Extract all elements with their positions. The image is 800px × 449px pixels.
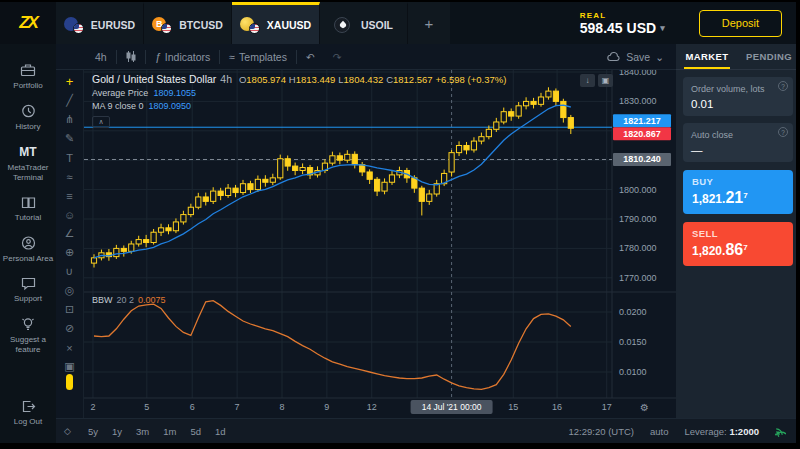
left-sidebar: Portfolio History MT MetaTrader Terminal… bbox=[0, 44, 56, 443]
sell-button[interactable]: SELL 1,820.867 bbox=[683, 222, 793, 266]
pitchfork-tool-icon[interactable]: ⋔ bbox=[59, 110, 81, 129]
timezone-auto-button[interactable]: auto bbox=[650, 426, 669, 437]
emoji-tool-icon[interactable]: ☺ bbox=[59, 205, 81, 224]
deposit-button[interactable]: Deposit bbox=[699, 10, 782, 37]
sidebar-item-portfolio[interactable]: Portfolio bbox=[0, 56, 56, 97]
instrument-tabs: EURUSD B BTCUSD XAUUSD USOIL + bbox=[56, 2, 450, 44]
mt-icon: MT bbox=[19, 144, 36, 160]
chart-settings-gear-icon[interactable]: ⚙ bbox=[640, 402, 649, 413]
auto-close-help-icon[interactable]: ? bbox=[778, 127, 788, 137]
volume-help-icon[interactable]: ? bbox=[778, 81, 788, 91]
tab-usoil[interactable]: USOIL bbox=[320, 2, 408, 44]
leverage-value: 1:2000 bbox=[729, 426, 759, 437]
svg-text:2: 2 bbox=[90, 402, 95, 412]
connection-signal-icon bbox=[773, 425, 786, 437]
tab-eurusd[interactable]: EURUSD bbox=[56, 2, 144, 44]
save-layout-button[interactable]: Save ⌄ bbox=[607, 51, 676, 63]
range-5d-button[interactable]: 5d bbox=[183, 426, 208, 437]
sidebar-item-logout[interactable]: Log Out bbox=[0, 393, 56, 433]
redo-button[interactable]: ↷ bbox=[324, 44, 351, 69]
buy-price: 1,821.217 bbox=[692, 189, 784, 207]
tab-label: XAUUSD bbox=[267, 19, 311, 31]
timeframe-button[interactable]: 4h bbox=[86, 44, 116, 69]
leverage-info: Leverage: 1:2000 bbox=[685, 426, 760, 437]
candlestick-icon bbox=[126, 50, 136, 63]
templates-button[interactable]: ≈ Templates bbox=[220, 44, 296, 69]
eurusd-flag-icon bbox=[64, 16, 84, 34]
tab-label: BTCUSD bbox=[179, 19, 223, 31]
chat-bubble-icon bbox=[20, 276, 37, 291]
hide-drawings-icon[interactable]: ⊘ bbox=[59, 319, 81, 338]
trend-line-tool-icon[interactable]: ╱ bbox=[59, 91, 81, 110]
svg-text:12: 12 bbox=[367, 402, 377, 412]
cloud-icon bbox=[607, 51, 621, 62]
utc-clock: 12:29:20 (UTC) bbox=[569, 426, 634, 437]
chart-toolbar: 4h ƒ Indicators ≈ Templat bbox=[56, 44, 676, 70]
undo-button[interactable]: ↶ bbox=[297, 44, 324, 69]
text-tool-icon[interactable]: T bbox=[59, 148, 81, 167]
scroll-to-realtime-button[interactable]: ↓ bbox=[580, 74, 595, 87]
tab-label: EURUSD bbox=[91, 19, 135, 31]
sidebar-item-suggest-feature[interactable]: Suggest a feature bbox=[0, 310, 56, 361]
chevron-down-icon: ▾ bbox=[660, 23, 665, 33]
lock-drawings-icon[interactable]: ⊡ bbox=[59, 300, 81, 319]
zoom-tool-icon[interactable]: ⊕ bbox=[59, 243, 81, 262]
tab-btcusd[interactable]: B BTCUSD bbox=[144, 2, 232, 44]
svg-text:7: 7 bbox=[235, 402, 240, 412]
brush-tool-icon[interactable]: ✎ bbox=[59, 129, 81, 148]
auto-close-field[interactable]: Auto close — ? bbox=[683, 123, 793, 162]
favorites-diamond-icon[interactable]: ◇ bbox=[64, 426, 71, 436]
tab-pending[interactable]: PENDING bbox=[738, 44, 796, 69]
usoil-icon bbox=[334, 16, 354, 34]
account-currency: USD bbox=[627, 20, 657, 36]
range-1m-button[interactable]: 1m bbox=[156, 426, 183, 437]
buy-button[interactable]: BUY 1,821.217 bbox=[683, 170, 793, 214]
snapshot-button[interactable]: ▣ bbox=[598, 74, 613, 87]
account-summary[interactable]: REAL 598.45 USD ▾ bbox=[580, 2, 665, 44]
range-5y-button[interactable]: 5y bbox=[81, 426, 105, 437]
wave-icon: ≈ bbox=[229, 51, 235, 63]
svg-text:6: 6 bbox=[190, 402, 195, 412]
chevron-down-icon: ⌄ bbox=[655, 51, 664, 63]
pattern-tool-icon[interactable]: ≈ bbox=[59, 167, 81, 186]
magnet-tool-icon[interactable]: ∪ bbox=[59, 262, 81, 281]
drawing-mode-icon[interactable]: ◎ bbox=[59, 281, 81, 300]
svg-text:9: 9 bbox=[324, 402, 329, 412]
briefcase-icon bbox=[19, 62, 37, 78]
sidebar-item-personal-area[interactable]: Personal Area bbox=[0, 229, 56, 270]
sidebar-item-support[interactable]: Support bbox=[0, 270, 56, 310]
sell-price: 1,820.867 bbox=[692, 241, 784, 259]
chart-type-button[interactable] bbox=[117, 44, 145, 69]
tab-market[interactable]: MARKET bbox=[676, 44, 738, 69]
crosshair-tool-icon[interactable]: + bbox=[59, 72, 81, 91]
range-3m-button[interactable]: 3m bbox=[129, 426, 156, 437]
fx-icon: ƒ bbox=[155, 51, 161, 63]
range-1d-button[interactable]: 1d bbox=[208, 426, 233, 437]
range-1y-button[interactable]: 1y bbox=[105, 426, 129, 437]
book-icon bbox=[20, 195, 37, 210]
svg-text:1790.000: 1790.000 bbox=[619, 214, 657, 224]
svg-text:0.0100: 0.0100 bbox=[619, 367, 647, 377]
exness-logo-icon[interactable]: ZX bbox=[0, 2, 56, 44]
account-type-badge: REAL bbox=[580, 11, 607, 20]
price-chart-svg[interactable]: 1840.0001830.0001800.0001790.0001780.000… bbox=[84, 70, 676, 420]
collapse-legend-button[interactable]: ∧ bbox=[92, 116, 110, 128]
measure-tool-icon[interactable]: ∠ bbox=[59, 224, 81, 243]
svg-text:17: 17 bbox=[602, 402, 612, 412]
indicators-button[interactable]: ƒ Indicators bbox=[146, 44, 220, 69]
svg-text:1780.000: 1780.000 bbox=[619, 243, 657, 253]
sidebar-item-history[interactable]: History bbox=[0, 97, 56, 138]
tab-xauusd[interactable]: XAUUSD bbox=[232, 2, 320, 44]
auto-close-value[interactable]: — bbox=[691, 144, 785, 156]
sidebar-item-tutorial[interactable]: Tutorial bbox=[0, 189, 56, 229]
sidebar-item-metatrader[interactable]: MT MetaTrader Terminal bbox=[0, 138, 56, 189]
scroll-indicator[interactable] bbox=[66, 374, 73, 390]
svg-text:0.0150: 0.0150 bbox=[619, 337, 647, 347]
chart-canvas[interactable]: 1840.0001830.0001800.0001790.0001780.000… bbox=[84, 70, 676, 418]
order-volume-field[interactable]: Order volume, lots 0.01 ? bbox=[683, 77, 793, 116]
account-balance: 598.45 bbox=[580, 20, 623, 36]
remove-drawings-icon[interactable]: × bbox=[59, 338, 81, 357]
add-instrument-button[interactable]: + bbox=[408, 2, 450, 44]
prediction-tool-icon[interactable]: ≡ bbox=[59, 186, 81, 205]
order-volume-value[interactable]: 0.01 bbox=[691, 98, 785, 110]
